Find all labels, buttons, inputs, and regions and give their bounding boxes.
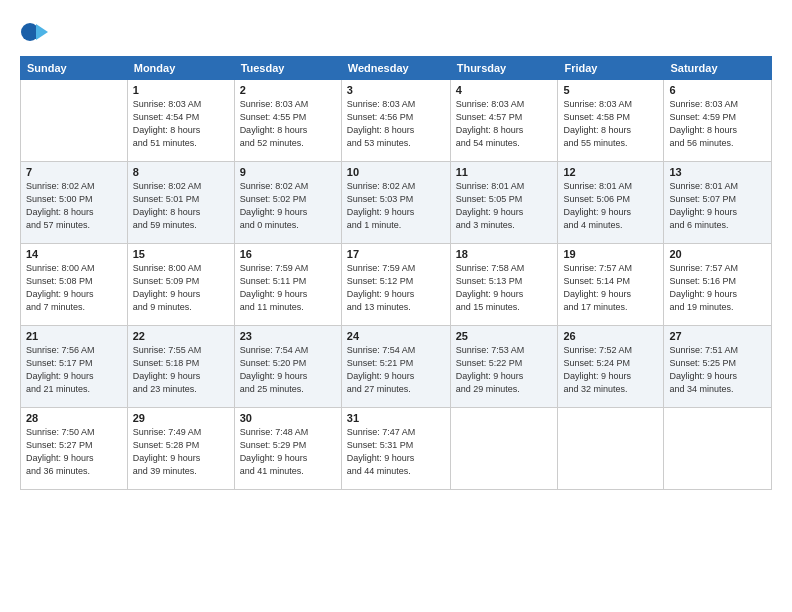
day-number: 25 bbox=[456, 330, 553, 342]
day-number: 28 bbox=[26, 412, 122, 424]
day-info: Sunrise: 7:48 AM Sunset: 5:29 PM Dayligh… bbox=[240, 426, 336, 478]
day-number: 20 bbox=[669, 248, 766, 260]
day-number: 8 bbox=[133, 166, 229, 178]
calendar-cell: 23Sunrise: 7:54 AM Sunset: 5:20 PM Dayli… bbox=[234, 326, 341, 408]
calendar-cell: 14Sunrise: 8:00 AM Sunset: 5:08 PM Dayli… bbox=[21, 244, 128, 326]
calendar-cell: 2Sunrise: 8:03 AM Sunset: 4:55 PM Daylig… bbox=[234, 80, 341, 162]
day-number: 2 bbox=[240, 84, 336, 96]
calendar-cell: 11Sunrise: 8:01 AM Sunset: 5:05 PM Dayli… bbox=[450, 162, 558, 244]
day-info: Sunrise: 8:03 AM Sunset: 4:56 PM Dayligh… bbox=[347, 98, 445, 150]
day-info: Sunrise: 7:57 AM Sunset: 5:16 PM Dayligh… bbox=[669, 262, 766, 314]
day-number: 30 bbox=[240, 412, 336, 424]
day-number: 3 bbox=[347, 84, 445, 96]
day-info: Sunrise: 7:59 AM Sunset: 5:12 PM Dayligh… bbox=[347, 262, 445, 314]
day-info: Sunrise: 8:02 AM Sunset: 5:03 PM Dayligh… bbox=[347, 180, 445, 232]
day-info: Sunrise: 8:01 AM Sunset: 5:05 PM Dayligh… bbox=[456, 180, 553, 232]
day-info: Sunrise: 8:03 AM Sunset: 4:55 PM Dayligh… bbox=[240, 98, 336, 150]
day-info: Sunrise: 7:54 AM Sunset: 5:21 PM Dayligh… bbox=[347, 344, 445, 396]
day-info: Sunrise: 8:02 AM Sunset: 5:02 PM Dayligh… bbox=[240, 180, 336, 232]
day-number: 6 bbox=[669, 84, 766, 96]
day-info: Sunrise: 7:49 AM Sunset: 5:28 PM Dayligh… bbox=[133, 426, 229, 478]
calendar-cell: 25Sunrise: 7:53 AM Sunset: 5:22 PM Dayli… bbox=[450, 326, 558, 408]
day-info: Sunrise: 8:01 AM Sunset: 5:06 PM Dayligh… bbox=[563, 180, 658, 232]
day-info: Sunrise: 7:54 AM Sunset: 5:20 PM Dayligh… bbox=[240, 344, 336, 396]
day-info: Sunrise: 7:52 AM Sunset: 5:24 PM Dayligh… bbox=[563, 344, 658, 396]
day-number: 21 bbox=[26, 330, 122, 342]
header bbox=[20, 18, 772, 46]
page: SundayMondayTuesdayWednesdayThursdayFrid… bbox=[0, 0, 792, 612]
calendar-cell: 9Sunrise: 8:02 AM Sunset: 5:02 PM Daylig… bbox=[234, 162, 341, 244]
day-number: 11 bbox=[456, 166, 553, 178]
calendar-week-row: 7Sunrise: 8:02 AM Sunset: 5:00 PM Daylig… bbox=[21, 162, 772, 244]
calendar-cell: 20Sunrise: 7:57 AM Sunset: 5:16 PM Dayli… bbox=[664, 244, 772, 326]
day-info: Sunrise: 8:02 AM Sunset: 5:00 PM Dayligh… bbox=[26, 180, 122, 232]
weekday-header-tuesday: Tuesday bbox=[234, 57, 341, 80]
weekday-header-wednesday: Wednesday bbox=[341, 57, 450, 80]
calendar-week-row: 14Sunrise: 8:00 AM Sunset: 5:08 PM Dayli… bbox=[21, 244, 772, 326]
calendar-cell: 24Sunrise: 7:54 AM Sunset: 5:21 PM Dayli… bbox=[341, 326, 450, 408]
day-number: 16 bbox=[240, 248, 336, 260]
day-info: Sunrise: 7:47 AM Sunset: 5:31 PM Dayligh… bbox=[347, 426, 445, 478]
day-info: Sunrise: 7:58 AM Sunset: 5:13 PM Dayligh… bbox=[456, 262, 553, 314]
calendar-cell: 1Sunrise: 8:03 AM Sunset: 4:54 PM Daylig… bbox=[127, 80, 234, 162]
calendar-cell: 5Sunrise: 8:03 AM Sunset: 4:58 PM Daylig… bbox=[558, 80, 664, 162]
calendar-cell bbox=[21, 80, 128, 162]
calendar-cell: 31Sunrise: 7:47 AM Sunset: 5:31 PM Dayli… bbox=[341, 408, 450, 490]
weekday-header-thursday: Thursday bbox=[450, 57, 558, 80]
day-number: 17 bbox=[347, 248, 445, 260]
logo-icon bbox=[20, 18, 48, 46]
day-info: Sunrise: 8:03 AM Sunset: 4:59 PM Dayligh… bbox=[669, 98, 766, 150]
calendar-cell: 18Sunrise: 7:58 AM Sunset: 5:13 PM Dayli… bbox=[450, 244, 558, 326]
day-number: 10 bbox=[347, 166, 445, 178]
calendar-cell bbox=[558, 408, 664, 490]
calendar-cell: 26Sunrise: 7:52 AM Sunset: 5:24 PM Dayli… bbox=[558, 326, 664, 408]
day-info: Sunrise: 7:57 AM Sunset: 5:14 PM Dayligh… bbox=[563, 262, 658, 314]
day-info: Sunrise: 8:03 AM Sunset: 4:57 PM Dayligh… bbox=[456, 98, 553, 150]
calendar-cell bbox=[664, 408, 772, 490]
svg-marker-1 bbox=[36, 24, 48, 40]
calendar-cell: 17Sunrise: 7:59 AM Sunset: 5:12 PM Dayli… bbox=[341, 244, 450, 326]
day-number: 31 bbox=[347, 412, 445, 424]
calendar-cell: 7Sunrise: 8:02 AM Sunset: 5:00 PM Daylig… bbox=[21, 162, 128, 244]
calendar-cell: 22Sunrise: 7:55 AM Sunset: 5:18 PM Dayli… bbox=[127, 326, 234, 408]
calendar-week-row: 21Sunrise: 7:56 AM Sunset: 5:17 PM Dayli… bbox=[21, 326, 772, 408]
day-info: Sunrise: 7:55 AM Sunset: 5:18 PM Dayligh… bbox=[133, 344, 229, 396]
day-info: Sunrise: 8:00 AM Sunset: 5:09 PM Dayligh… bbox=[133, 262, 229, 314]
day-number: 13 bbox=[669, 166, 766, 178]
day-number: 29 bbox=[133, 412, 229, 424]
day-number: 27 bbox=[669, 330, 766, 342]
day-info: Sunrise: 8:01 AM Sunset: 5:07 PM Dayligh… bbox=[669, 180, 766, 232]
weekday-header-monday: Monday bbox=[127, 57, 234, 80]
calendar-cell: 16Sunrise: 7:59 AM Sunset: 5:11 PM Dayli… bbox=[234, 244, 341, 326]
calendar-cell: 12Sunrise: 8:01 AM Sunset: 5:06 PM Dayli… bbox=[558, 162, 664, 244]
weekday-header-sunday: Sunday bbox=[21, 57, 128, 80]
day-number: 18 bbox=[456, 248, 553, 260]
day-info: Sunrise: 7:50 AM Sunset: 5:27 PM Dayligh… bbox=[26, 426, 122, 478]
day-info: Sunrise: 7:51 AM Sunset: 5:25 PM Dayligh… bbox=[669, 344, 766, 396]
calendar-cell: 28Sunrise: 7:50 AM Sunset: 5:27 PM Dayli… bbox=[21, 408, 128, 490]
day-number: 12 bbox=[563, 166, 658, 178]
day-number: 7 bbox=[26, 166, 122, 178]
day-number: 5 bbox=[563, 84, 658, 96]
day-info: Sunrise: 7:59 AM Sunset: 5:11 PM Dayligh… bbox=[240, 262, 336, 314]
day-number: 26 bbox=[563, 330, 658, 342]
day-number: 24 bbox=[347, 330, 445, 342]
calendar-cell: 8Sunrise: 8:02 AM Sunset: 5:01 PM Daylig… bbox=[127, 162, 234, 244]
day-info: Sunrise: 7:53 AM Sunset: 5:22 PM Dayligh… bbox=[456, 344, 553, 396]
calendar-cell: 6Sunrise: 8:03 AM Sunset: 4:59 PM Daylig… bbox=[664, 80, 772, 162]
calendar-cell: 4Sunrise: 8:03 AM Sunset: 4:57 PM Daylig… bbox=[450, 80, 558, 162]
weekday-header-friday: Friday bbox=[558, 57, 664, 80]
day-number: 1 bbox=[133, 84, 229, 96]
day-number: 9 bbox=[240, 166, 336, 178]
day-info: Sunrise: 8:03 AM Sunset: 4:54 PM Dayligh… bbox=[133, 98, 229, 150]
calendar-week-row: 1Sunrise: 8:03 AM Sunset: 4:54 PM Daylig… bbox=[21, 80, 772, 162]
day-info: Sunrise: 8:00 AM Sunset: 5:08 PM Dayligh… bbox=[26, 262, 122, 314]
weekday-header-saturday: Saturday bbox=[664, 57, 772, 80]
calendar-cell: 13Sunrise: 8:01 AM Sunset: 5:07 PM Dayli… bbox=[664, 162, 772, 244]
calendar-cell bbox=[450, 408, 558, 490]
calendar-week-row: 28Sunrise: 7:50 AM Sunset: 5:27 PM Dayli… bbox=[21, 408, 772, 490]
calendar-cell: 21Sunrise: 7:56 AM Sunset: 5:17 PM Dayli… bbox=[21, 326, 128, 408]
day-number: 19 bbox=[563, 248, 658, 260]
day-info: Sunrise: 7:56 AM Sunset: 5:17 PM Dayligh… bbox=[26, 344, 122, 396]
calendar-cell: 30Sunrise: 7:48 AM Sunset: 5:29 PM Dayli… bbox=[234, 408, 341, 490]
